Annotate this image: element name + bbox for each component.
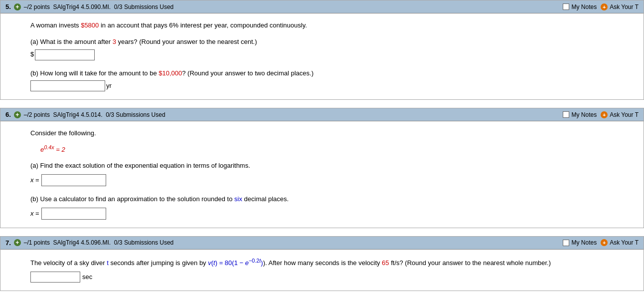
question-number-7: 7. bbox=[5, 239, 11, 247]
q7-answer-wrap: sec bbox=[30, 272, 634, 283]
q5-part-b-input[interactable] bbox=[30, 80, 105, 91]
q6-part-a-input[interactable] bbox=[41, 174, 106, 186]
ask-your-7[interactable]: + Ask Your T bbox=[601, 239, 639, 246]
ask-icon-7: + bbox=[601, 239, 608, 246]
q5-intro: A woman invests $5800 in an account that… bbox=[30, 20, 634, 31]
q6-part-a-wrap: x = bbox=[30, 174, 634, 186]
my-notes-5[interactable]: My Notes bbox=[563, 3, 597, 10]
notes-checkbox-6[interactable] bbox=[563, 111, 569, 118]
plus-icon-5: + bbox=[14, 3, 21, 10]
q6-part-b-label: (b) Use a calculator to find an approxim… bbox=[30, 194, 634, 205]
q7-input[interactable] bbox=[30, 272, 80, 283]
header-left-5: 5. + –/2 points SAlgTrig4 4.5.090.MI. 0/… bbox=[5, 3, 173, 10]
points-6: –/2 points SAlgTrig4 4.5.014. 0/3 Submis… bbox=[24, 111, 165, 118]
question-7-body: The velocity of a sky diver t seconds af… bbox=[0, 250, 644, 291]
ask-icon-6: + bbox=[601, 111, 608, 118]
notes-checkbox-5[interactable] bbox=[563, 3, 569, 10]
question-7: 7. + –/1 points SAlgTrig4 4.5.096.MI. 0/… bbox=[0, 236, 644, 291]
header-left-6: 6. + –/2 points SAlgTrig4 4.5.014. 0/3 S… bbox=[5, 111, 165, 118]
q7-intro: The velocity of a sky diver t seconds af… bbox=[30, 257, 634, 269]
my-notes-7[interactable]: My Notes bbox=[563, 239, 597, 246]
q5-part-b-label: (b) How long will it take for the amount… bbox=[30, 68, 634, 79]
q5-part-b-input-wrap: yr bbox=[30, 80, 634, 91]
ask-icon-5: + bbox=[601, 3, 608, 10]
notes-checkbox-7[interactable] bbox=[563, 240, 569, 246]
plus-icon-7: + bbox=[14, 239, 21, 246]
q6-part-b-wrap: x = bbox=[30, 208, 634, 220]
points-5: –/2 points SAlgTrig4 4.5.090.MI. 0/3 Sub… bbox=[24, 3, 173, 10]
q6-equation: e0.4x = 2 bbox=[40, 143, 634, 155]
header-right-5: My Notes + Ask Your T bbox=[563, 3, 639, 10]
question-6: 6. + –/2 points SAlgTrig4 4.5.014. 0/3 S… bbox=[0, 108, 644, 228]
header-left-7: 7. + –/1 points SAlgTrig4 4.5.096.MI. 0/… bbox=[5, 239, 173, 247]
question-5: 5. + –/2 points SAlgTrig4 4.5.090.MI. 0/… bbox=[0, 0, 644, 100]
q6-intro: Consider the following. bbox=[30, 128, 634, 139]
q6-part-a-label: (a) Find the exact solution of the expon… bbox=[30, 161, 634, 171]
q5-part-a-input-wrap: $ bbox=[30, 49, 634, 60]
ask-your-5[interactable]: + Ask Your T bbox=[601, 3, 639, 10]
plus-icon-6: + bbox=[14, 111, 21, 118]
ask-your-6[interactable]: + Ask Your T bbox=[601, 111, 639, 118]
question-number-5: 5. bbox=[5, 3, 11, 10]
question-7-header: 7. + –/1 points SAlgTrig4 4.5.096.MI. 0/… bbox=[0, 237, 644, 250]
q5-part-a-input[interactable] bbox=[35, 49, 95, 60]
question-6-header: 6. + –/2 points SAlgTrig4 4.5.014. 0/3 S… bbox=[0, 108, 644, 121]
q6-part-b-input[interactable] bbox=[41, 208, 106, 220]
my-notes-6[interactable]: My Notes bbox=[563, 111, 597, 118]
points-7: –/1 points SAlgTrig4 4.5.096.MI. 0/3 Sub… bbox=[24, 239, 173, 246]
q6-x-label-b: x = bbox=[30, 209, 39, 219]
header-right-6: My Notes + Ask Your T bbox=[563, 111, 639, 118]
q5-part-a-label: (a) What is the amount after 3 years? (R… bbox=[30, 37, 634, 47]
question-6-body: Consider the following. e0.4x = 2 (a) Fi… bbox=[0, 121, 644, 228]
q6-x-label-a: x = bbox=[30, 175, 39, 186]
question-number-6: 6. bbox=[5, 111, 11, 118]
header-right-7: My Notes + Ask Your T bbox=[563, 239, 639, 246]
question-5-header: 5. + –/2 points SAlgTrig4 4.5.090.MI. 0/… bbox=[0, 0, 644, 13]
question-5-body: A woman invests $5800 in an account that… bbox=[0, 13, 644, 99]
